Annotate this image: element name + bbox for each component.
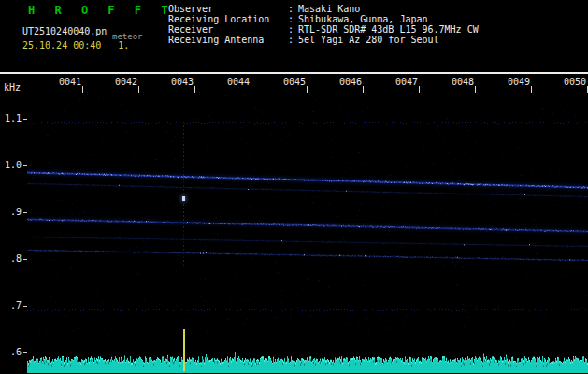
info-label: Receiver — [168, 24, 288, 35]
x-tick-label: 0045 — [272, 77, 306, 87]
spectrogram-canvas — [27, 94, 588, 352]
info-colon: : — [288, 24, 294, 35]
x-tick-label: 0048 — [440, 77, 474, 87]
meteor-marker-line — [183, 329, 185, 371]
x-tick-label: 0046 — [328, 77, 362, 87]
info-colon: : — [288, 35, 294, 45]
x-tick-mark — [419, 86, 420, 93]
y-tick-label: .8 — [3, 253, 22, 264]
timestamp: 25.10.24 00:40 1. — [22, 40, 129, 50]
station-info: Observer:Masaki KanoReceiving Location:S… — [168, 4, 479, 45]
info-row: Receiving Location:Shibukawa, Gunma, Jap… — [168, 14, 479, 24]
info-label: Receiving Antenna — [168, 35, 288, 45]
info-row: Receiving Antenna:5el Yagi Az 280 for Se… — [168, 35, 479, 45]
x-tick-label: 0041 — [48, 77, 81, 87]
info-row: Receiver:RTL-SDR SDR# 43dB L15 96.7MHz C… — [168, 24, 479, 35]
y-tick-label: 1.0 — [3, 160, 22, 170]
x-tick-label: 0043 — [160, 77, 194, 87]
info-colon: : — [288, 14, 294, 24]
x-tick-mark — [531, 86, 532, 93]
info-value: Shibukawa, Gunma, Japan — [298, 14, 427, 24]
output-filename: UT2510240040.pn — [22, 26, 107, 36]
info-label: Receiving Location — [168, 14, 288, 24]
y-tick-label: .9 — [3, 207, 22, 217]
x-tick-mark — [475, 86, 476, 93]
x-tick-label: 0047 — [384, 77, 418, 87]
x-tick-mark — [138, 86, 139, 93]
y-tick-label: .6 — [3, 347, 22, 357]
x-tick-label: 0049 — [496, 77, 530, 87]
x-tick-mark — [82, 86, 83, 93]
y-axis-unit: kHz — [4, 82, 21, 93]
info-label: Observer — [168, 4, 288, 14]
x-tick-label: 0050 — [552, 77, 586, 87]
info-value: RTL-SDR SDR# 43dB L15 96.7MHz CW — [298, 24, 479, 35]
app-title: H R O F F T — [28, 4, 174, 17]
hrofft-screen: H R O F F T UT2510240040.pn meteor 25.10… — [0, 0, 588, 374]
info-value: 5el Yagi Az 280 for Seoul — [298, 35, 439, 45]
x-tick-mark — [251, 86, 251, 93]
x-tick-mark — [307, 86, 308, 93]
info-value: Masaki Kano — [298, 4, 360, 14]
y-tick-label: .7 — [3, 300, 22, 310]
separator-line — [0, 72, 588, 74]
x-tick-mark — [363, 86, 364, 93]
x-tick-label: 0042 — [104, 77, 137, 87]
x-tick-label: 0044 — [216, 77, 250, 87]
x-tick-mark — [194, 86, 195, 93]
signal-level-canvas — [27, 352, 588, 373]
info-row: Observer:Masaki Kano — [168, 4, 479, 14]
info-colon: : — [288, 4, 294, 14]
y-tick-label: 1.1 — [3, 113, 22, 123]
